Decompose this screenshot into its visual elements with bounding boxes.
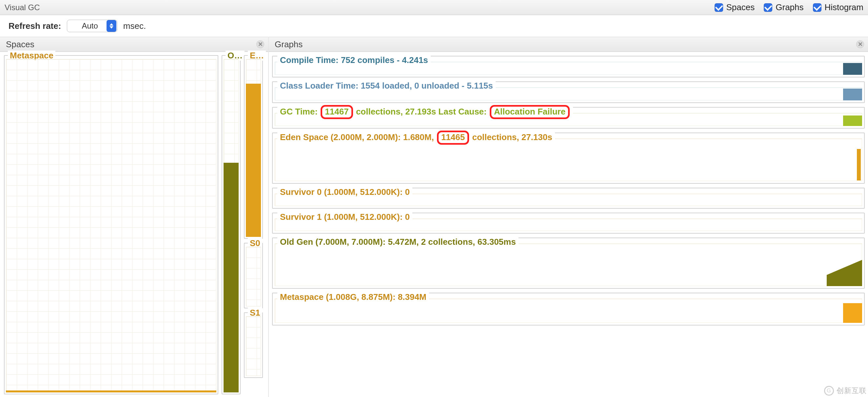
toggle-spaces-label: Spaces	[726, 2, 755, 12]
space-eden: E…	[244, 55, 263, 239]
graph-compile: Compile Time: 752 compiles - 4.241s	[272, 56, 865, 78]
graphs-caption: Graphs	[275, 39, 303, 50]
updown-icon	[106, 20, 116, 32]
graph-eden: Eden Space (2.000M, 2.000M): 1.680M, 114…	[272, 133, 865, 184]
graphs-panel: Graphs ✕ Compile Time: 752 compiles - 4.…	[269, 37, 868, 397]
space-metaspace: Metaspace	[4, 55, 218, 394]
graph-s0-title: Survivor 0 (1.000M, 512.000K): 0	[277, 187, 412, 197]
topbar: Visual GC Spaces Graphs Histogram	[0, 0, 868, 15]
toggle-histogram-label: Histogram	[825, 2, 863, 12]
graph-s0: Survivor 0 (1.000M, 512.000K): 0	[272, 188, 865, 209]
refresh-row: Refresh rate: Auto msec.	[0, 15, 868, 37]
metaspace-tail	[843, 303, 862, 323]
refresh-unit: msec.	[123, 21, 146, 31]
graph-s1: Survivor 1 (1.000M, 512.000K): 0	[272, 212, 865, 234]
graph-metaspace: Metaspace (1.008G, 8.875M): 8.394M	[272, 293, 865, 325]
spaces-caption-bar: Spaces ✕	[0, 37, 268, 52]
svg-marker-0	[827, 260, 862, 286]
checkbox-icon	[715, 3, 723, 12]
checkbox-icon	[813, 3, 822, 12]
close-icon[interactable]: ✕	[256, 40, 264, 48]
spaces-caption: Spaces	[6, 39, 34, 50]
toggle-histogram[interactable]: Histogram	[813, 2, 863, 12]
space-s0: S0	[244, 243, 263, 308]
toggle-graphs-label: Graphs	[776, 2, 803, 12]
space-s1: S1	[244, 312, 263, 378]
app-title: Visual GC	[5, 3, 40, 12]
metaspace-fill	[6, 391, 216, 392]
refresh-select[interactable]: Auto	[67, 20, 117, 32]
eden-count-highlight: 11465	[437, 131, 469, 145]
classloader-tail	[843, 89, 862, 101]
old-tail	[827, 247, 862, 286]
eden-fill	[246, 84, 261, 237]
graph-classloader-title: Class Loader Time: 1554 loaded, 0 unload…	[277, 81, 496, 91]
space-old: O…	[222, 55, 241, 394]
graph-compile-title: Compile Time: 752 compiles - 4.241s	[277, 55, 431, 65]
graph-old-title: Old Gen (7.000M, 7.000M): 5.472M, 2 coll…	[277, 237, 519, 247]
toggle-graphs[interactable]: Graphs	[764, 2, 803, 12]
graph-gc: GC Time: 11467 collections, 27.193s Last…	[272, 107, 865, 129]
gc-tail	[843, 115, 862, 126]
graph-eden-title: Eden Space (2.000M, 2.000M): 1.680M, 114…	[277, 131, 555, 145]
graph-s1-title: Survivor 1 (1.000M, 512.000K): 0	[277, 212, 412, 222]
gc-count-highlight: 11467	[320, 105, 353, 119]
spaces-panel: Spaces ✕ Metaspace O… E…	[0, 37, 269, 397]
close-icon[interactable]: ✕	[856, 40, 864, 48]
eden-tail	[857, 141, 861, 180]
graph-old: Old Gen (7.000M, 7.000M): 5.472M, 2 coll…	[272, 237, 865, 289]
toggle-spaces[interactable]: Spaces	[715, 2, 755, 12]
compile-tail	[843, 63, 862, 75]
old-fill	[223, 163, 239, 392]
graph-classloader: Class Loader Time: 1554 loaded, 0 unload…	[272, 81, 865, 103]
refresh-select-value: Auto	[67, 21, 106, 30]
refresh-label: Refresh rate:	[8, 21, 61, 31]
gc-cause-highlight: Allocation Failure	[490, 105, 570, 119]
graphs-caption-bar: Graphs ✕	[269, 37, 868, 52]
graph-gc-title: GC Time: 11467 collections, 27.193s Last…	[277, 105, 573, 119]
checkbox-icon	[764, 3, 772, 12]
graph-metaspace-title: Metaspace (1.008G, 8.875M): 8.394M	[277, 292, 429, 302]
